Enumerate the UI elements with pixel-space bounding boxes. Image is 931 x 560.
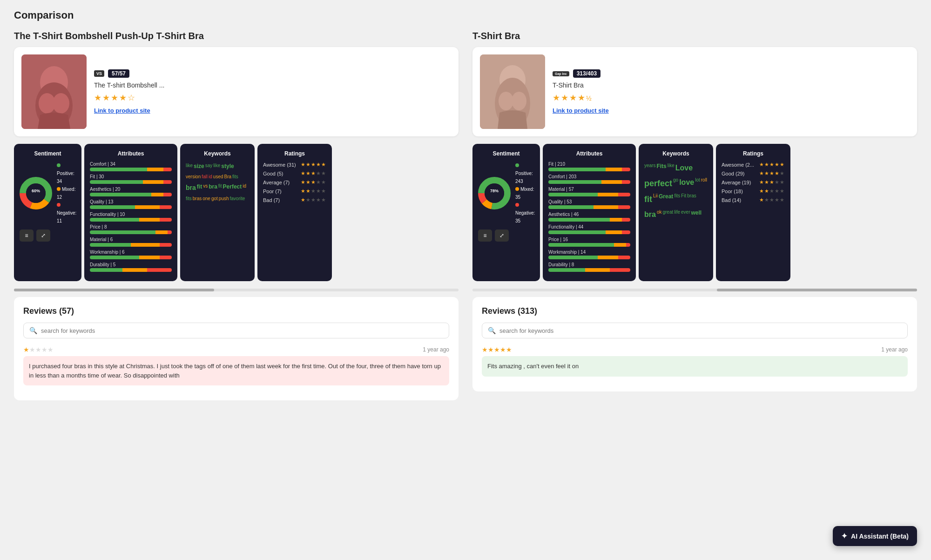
right-review-stars-1: ★★★★★ (482, 346, 512, 353)
right-product-link[interactable]: Link to product site (553, 107, 609, 114)
right-sentiment-footer: ≡ ⤢ (478, 229, 534, 242)
right-analytics-row: Sentiment 78% Positive: 243 (472, 144, 917, 281)
svg-point-15 (512, 92, 526, 110)
left-product-info: VS 57/57 The T-shirt Bombshell ... ★★★★☆… (94, 69, 451, 114)
right-sentiment-title: Sentiment (478, 150, 534, 157)
left-product-logo: VS (94, 70, 104, 77)
left-attribute-durability: Durability | 5 (90, 262, 172, 272)
left-attribute-price: Price | 8 (90, 224, 172, 234)
right-attribute-workmanship: Workmanship | 14 (548, 250, 630, 259)
left-reviews-section: Reviews (57) 🔍 ★★★★★ 1 year ago I purcha… (14, 297, 459, 400)
left-review-item-1: ★★★★★ 1 year ago I purchased four bras i… (23, 346, 449, 385)
right-keywords-card: Keywords years Fits like Love perfect go… (639, 144, 713, 281)
right-badge-row: Gap Inc 313/403 (553, 69, 910, 78)
right-review-text-1: Fits amazing , can't even feel it on (482, 356, 908, 377)
left-review-time-1: 1 year ago (423, 346, 449, 353)
left-attribute-quality: Quality | 13 (90, 199, 172, 209)
left-keywords-card: Keywords like size say like style versio… (180, 144, 255, 281)
right-attribute-fit: Fit | 210 (548, 162, 630, 171)
right-product-section: T-Shirt Bra Gap Inc 313/403 (472, 31, 917, 400)
left-attribute-material: Material | 6 (90, 237, 172, 247)
right-rating-awesome: Awesome (2... ★★★★★ (722, 162, 785, 168)
left-rating-poor: Poor (7) ★★★★★ (263, 188, 326, 194)
right-rating-good: Good (29) ★★★★★ (722, 170, 785, 176)
right-count-badge: 313/403 (573, 69, 600, 78)
left-attributes-title: Attributes (90, 150, 172, 157)
left-product-image (21, 54, 87, 129)
left-badge-row: VS 57/57 (94, 69, 451, 78)
right-attribute-price: Price | 16 (548, 237, 630, 247)
left-sentiment-card: Sentiment (14, 144, 81, 281)
left-rating-average: Average (7) ★★★★★ (263, 179, 326, 185)
right-reviews-section: Reviews (313) 🔍 ★★★★★ 1 year ago Fits am… (472, 297, 917, 391)
right-review-time-1: 1 year ago (881, 346, 908, 353)
right-product-info: Gap Inc 313/403 T-Shirt Bra ★★★★½ Link t… (553, 69, 910, 114)
svg-point-14 (499, 92, 513, 110)
right-sentiment-card: Sentiment 78% Positive: 243 (472, 144, 540, 281)
right-expand-icon-btn[interactable]: ⤢ (495, 229, 509, 242)
right-attribute-comfort: Comfort | 203 (548, 174, 630, 184)
right-attribute-aesthetics: Aesthetics | 46 (548, 212, 630, 222)
right-attribute-quality: Quality | 53 (548, 199, 630, 209)
right-attribute-material: Material | 57 (548, 187, 630, 196)
right-donut-legend: Positive: 243 Mixed: 35 Negative: 35 (515, 162, 535, 225)
left-donut-container: 60% Positive: 34 Mixed: 12 Negative: 11 (20, 162, 76, 225)
right-product-title: T-Shirt Bra (472, 31, 917, 41)
left-scrollbar[interactable] (14, 289, 459, 291)
svg-point-20 (485, 183, 504, 203)
left-rating-awesome: Awesome (31) ★★★★★ (263, 162, 326, 168)
left-search-icon: 🔍 (29, 327, 37, 334)
left-negative-label: Negative: 11 (57, 210, 76, 223)
right-scrollbar[interactable] (472, 289, 917, 291)
right-search-icon: 🔍 (488, 327, 496, 334)
right-keywords-title: Keywords (644, 150, 708, 157)
left-attribute-aesthetics: Aesthetics | 20 (90, 187, 172, 196)
left-keywords-title: Keywords (186, 150, 249, 157)
right-rating-average: Average (19) ★★★★★ (722, 179, 785, 185)
left-filter-icon-btn[interactable]: ≡ (20, 229, 34, 242)
left-product-link[interactable]: Link to product site (94, 107, 150, 114)
right-ratings-title: Ratings (722, 150, 785, 157)
left-search-input[interactable] (41, 327, 443, 334)
left-search-bar[interactable]: 🔍 (23, 323, 449, 338)
left-attribute-workmanship: Workmanship | 6 (90, 250, 172, 259)
right-keywords-cloud: years Fits like Love perfect go love lot… (644, 162, 708, 221)
left-review-stars-1: ★★★★★ (23, 346, 54, 353)
left-donut-legend: Positive: 34 Mixed: 12 Negative: 11 (57, 162, 76, 225)
right-reviews-title: Reviews (313) (482, 306, 908, 316)
left-sentiment-footer: ≡ ⤢ (20, 229, 76, 242)
right-attribute-durability: Durability | 8 (548, 262, 630, 272)
right-attributes-card: Attributes Fit | 210 Comfort | 203 (543, 144, 636, 281)
right-donut-svg: 78% (478, 177, 511, 209)
left-rating-good: Good (5) ★★★★★ (263, 170, 326, 176)
right-product-image (480, 54, 545, 129)
right-product-stars: ★★★★½ (553, 93, 910, 103)
left-product-image-placeholder (21, 54, 87, 129)
left-reviews-title: Reviews (57) (23, 306, 449, 316)
left-positive-label: Positive: 34 (57, 171, 74, 184)
svg-point-9 (26, 183, 46, 203)
svg-text:78%: 78% (490, 189, 499, 193)
right-rating-poor: Poor (18) ★★★★★ (722, 188, 785, 194)
right-rating-bad: Bad (14) ★★★★★ (722, 197, 785, 203)
right-attributes-title: Attributes (548, 150, 630, 157)
right-filter-icon-btn[interactable]: ≡ (478, 229, 492, 242)
right-donut-container: 78% Positive: 243 Mixed: 35 Negative: 35 (478, 162, 534, 225)
left-attribute-functionality: Functionality | 10 (90, 212, 172, 222)
right-review-meta-1: ★★★★★ 1 year ago (482, 346, 908, 353)
left-keywords-cloud: like size say like style version fall id… (186, 162, 249, 203)
left-sentiment-title: Sentiment (20, 150, 76, 157)
right-product-card: Gap Inc 313/403 T-Shirt Bra ★★★★½ Link t… (472, 47, 917, 136)
left-rating-bad: Bad (7) ★★★★★ (263, 197, 326, 203)
left-attribute-fit: Fit | 30 (90, 174, 172, 184)
right-search-input[interactable] (499, 327, 902, 334)
right-search-bar[interactable]: 🔍 (482, 323, 908, 338)
left-expand-icon-btn[interactable]: ⤢ (36, 229, 50, 242)
left-product-name: The T-shirt Bombshell ... (94, 81, 451, 89)
right-attribute-functionality: Functionality | 44 (548, 224, 630, 234)
right-scrollbar-thumb (717, 289, 917, 291)
left-product-title: The T-Shirt Bombshell Push-Up T-Shirt Br… (14, 31, 459, 41)
right-product-logo: Gap Inc (553, 71, 569, 76)
left-ratings-title: Ratings (263, 150, 326, 157)
left-attributes-card: Attributes Comfort | 34 Fit | 30 (84, 144, 177, 281)
